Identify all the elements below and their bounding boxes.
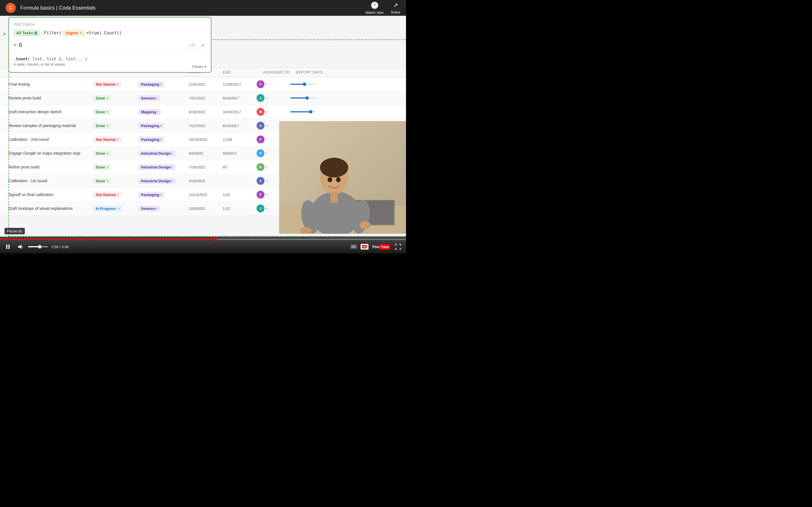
svg-marker-16 — [18, 244, 21, 249]
effort-slider-0[interactable] — [290, 83, 316, 85]
svg-text:)))): )))) — [22, 246, 23, 248]
status-badge-5[interactable]: Done ▾ — [93, 151, 111, 156]
status-badge-0[interactable]: Not Started ▾ — [93, 81, 121, 87]
cell-end-5: 9/9/2017 — [223, 151, 257, 156]
effort-slider-1[interactable] — [290, 98, 316, 99]
formula-hint-signature: .Count( list, list 2, list... ) — [13, 57, 206, 61]
cell-status-4[interactable]: Not Started ▾ — [93, 136, 138, 143]
presenter-overlay — [279, 121, 406, 234]
status-badge-3[interactable]: Done ▾ — [93, 123, 111, 129]
cell-tag-0[interactable]: Packaging ▾ — [138, 81, 189, 87]
tag-badge-6[interactable]: Industrial Design ▾ — [138, 164, 175, 170]
table-row: Draft interaction design sketch Done ▾ M… — [0, 105, 406, 119]
progress-bar-container[interactable] — [0, 239, 406, 240]
cell-end-0: 11/26/2017 — [223, 82, 257, 87]
status-badge-1[interactable]: Done ▾ — [93, 95, 111, 101]
tag-badge-9[interactable]: Sensors ▾ — [138, 206, 160, 212]
cell-tag-7[interactable]: Industrial Design ▾ — [138, 178, 189, 184]
cell-effort-2[interactable] — [290, 111, 330, 112]
cell-start-6: 7/19/2022 — [189, 165, 223, 169]
cell-status-1[interactable]: Done ▾ — [93, 95, 138, 101]
effort-thumb-1 — [305, 96, 309, 100]
cell-tag-6[interactable]: Industrial Design ▾ — [138, 164, 189, 170]
cell-tag-5[interactable]: Industrial Design ▾ — [138, 151, 189, 156]
cell-status-0[interactable]: Not Started ▾ — [93, 81, 138, 87]
cell-tag-1[interactable]: Sensors ▾ — [138, 95, 189, 101]
cell-tag-9[interactable]: Sensors ▾ — [138, 206, 189, 212]
cell-assigned-2: M ▾ — [257, 108, 290, 116]
cell-task-3: Review samples of packaging material — [8, 123, 93, 128]
avatar-4: P — [257, 135, 264, 144]
formula-expand-icon[interactable]: ⤢ — [199, 41, 206, 49]
player-bar[interactable]: )))) 1:59 / 3:49 CC HD — [0, 237, 406, 253]
total-time: 3:49 — [61, 245, 68, 249]
tag-badge-4[interactable]: Packaging ▾ — [138, 136, 164, 143]
svg-rect-7 — [331, 191, 338, 203]
cell-tag-8[interactable]: Packaging ▾ — [138, 192, 189, 198]
table-row: Review proto build Done ▾ Sensors ▾ 7/31… — [0, 91, 406, 105]
video-container: Task: 🔍 Search + Add Name All Tasks ⊞ .F… — [0, 0, 406, 253]
cell-start-7: 9/18/2022 — [189, 179, 223, 183]
cell-status-2[interactable]: Done ▾ — [93, 109, 138, 115]
pause-button[interactable] — [3, 242, 12, 251]
cell-end-1: 9/16/2017 — [223, 96, 257, 100]
volume-button[interactable]: )))) — [16, 242, 25, 251]
status-badge-2[interactable]: Done ▾ — [93, 109, 111, 115]
formula-hint: .Count( list, list 2, list... ) A table,… — [13, 54, 206, 68]
hint-args: ( list, list 2, list... ) — [28, 57, 87, 61]
coda-logo: C — [6, 3, 16, 13]
status-badge-9[interactable]: In Progress ▾ — [93, 206, 122, 212]
status-badge-4[interactable]: Not Started ▾ — [93, 136, 121, 143]
status-badge-6[interactable]: Done ▾ — [93, 164, 111, 170]
youtube-logo[interactable]: YouTube — [372, 244, 390, 249]
urgent-chip[interactable]: Urgent ✓ — [63, 30, 85, 36]
cell-effort-1[interactable] — [290, 98, 330, 99]
cell-tag-2[interactable]: Mapping ▾ — [138, 109, 189, 115]
formula-value: 6 — [19, 41, 22, 49]
status-badge-7[interactable]: Done ▾ — [93, 178, 111, 184]
effort-slider-2[interactable] — [290, 111, 316, 112]
avatar-6: R — [257, 163, 264, 171]
add-button[interactable]: + — [3, 31, 6, 38]
cell-start-3: 7/12/2022 — [189, 124, 223, 128]
hd-button[interactable]: HD — [361, 244, 368, 249]
th-effort: Effort Days — [296, 70, 336, 74]
cell-status-9[interactable]: In Progress ▾ — [93, 206, 138, 212]
svg-rect-14 — [6, 244, 7, 249]
watch-later-label: Watch later — [365, 10, 384, 15]
volume-slider[interactable] — [28, 246, 48, 247]
share-group[interactable]: ↗ Share — [391, 2, 400, 14]
cell-status-8[interactable]: Not Started ▾ — [93, 192, 138, 198]
formula-add-name: Add Name — [13, 22, 206, 27]
svg-point-11 — [359, 221, 371, 230]
cell-status-3[interactable]: Done ▾ — [93, 123, 138, 129]
tag-badge-0[interactable]: Packaging ▾ — [138, 81, 164, 87]
tag-badge-2[interactable]: Mapping ▾ — [138, 109, 161, 115]
cell-tag-3[interactable]: Packaging ▾ — [138, 123, 189, 129]
watch-later-group[interactable]: 🕐 Watch later — [365, 1, 384, 15]
status-badge-8[interactable]: Not Started ▾ — [93, 192, 121, 198]
tag-badge-5[interactable]: Industrial Design ▾ — [138, 151, 175, 156]
tag-badge-1[interactable]: Sensors ▾ — [138, 95, 160, 101]
cell-end-9: 11/3 — [223, 207, 257, 211]
cell-tag-4[interactable]: Packaging ▾ — [138, 136, 189, 143]
tag-badge-8[interactable]: Packaging ▾ — [138, 192, 164, 198]
formula-equals: = — [13, 42, 17, 48]
effort-fill-1 — [290, 98, 307, 99]
tag-badge-7[interactable]: Industrial Design ▾ — [138, 178, 175, 184]
assigned-chevron-0: ▾ — [266, 83, 267, 86]
cc-button[interactable]: CC — [350, 244, 357, 249]
svg-rect-15 — [8, 244, 10, 249]
fullscreen-button[interactable] — [394, 242, 403, 251]
effort-fill-2 — [290, 111, 311, 112]
formula-type-icon: 123 — [188, 41, 196, 49]
details-button[interactable]: Details ▾ — [192, 64, 206, 69]
cell-status-7[interactable]: Done ▾ — [93, 178, 138, 184]
cell-effort-0[interactable] — [290, 83, 330, 85]
cell-status-5[interactable]: Done ▾ — [93, 151, 138, 156]
youtube-tube: Tube — [379, 244, 390, 249]
all-tasks-chip[interactable]: All Tasks ⊞ — [13, 30, 40, 36]
tag-badge-3[interactable]: Packaging ▾ — [138, 123, 164, 129]
cell-status-6[interactable]: Done ▾ — [93, 164, 138, 170]
avatar-7: A — [257, 177, 264, 185]
